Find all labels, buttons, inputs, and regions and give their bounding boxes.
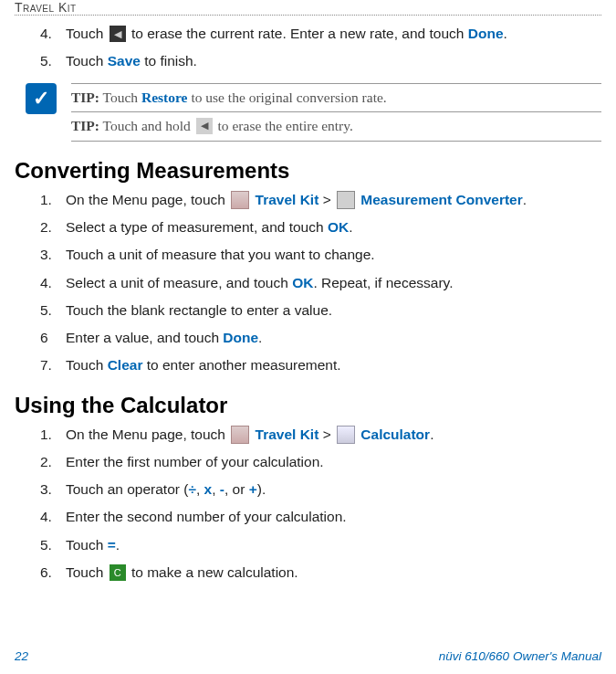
tip-section: ✓ TIP: Touch Restore to use the original… [15, 83, 601, 142]
step-4: 4. Touch ◀ to erase the current rate. En… [40, 23, 601, 44]
header-divider [15, 15, 601, 16]
measurement-converter-icon [337, 191, 355, 209]
cm-step-6: 6 Enter a value, and touch Done. [40, 327, 601, 348]
calculator-link: Calculator [360, 427, 430, 442]
calc-step-2: 2. Enter the first number of your calcul… [40, 451, 601, 472]
calculator-icon [337, 426, 355, 444]
page-header: Travel Kit [0, 0, 616, 15]
travel-kit-icon [231, 191, 249, 209]
ok-link: OK [328, 219, 349, 235]
tip-lines: TIP: Touch Restore to use the original c… [71, 83, 601, 142]
converting-steps: 1. On the Menu page, touch Travel Kit > … [15, 189, 601, 376]
cm-step-5: 5. Touch the blank rectangle to enter a … [40, 300, 601, 321]
measurement-converter-link: Measurement Converter [360, 192, 522, 207]
c-clear-icon: C [110, 564, 126, 581]
calc-step-4: 4. Enter the second number of your calcu… [40, 506, 601, 527]
top-steps-list: 4. Touch ◀ to erase the current rate. En… [15, 23, 601, 72]
page-number: 22 [15, 649, 28, 663]
back-arrow-icon: ◀ [196, 118, 213, 134]
tip-label: TIP: [71, 90, 99, 105]
equals-link: = [108, 537, 116, 553]
travel-kit-link: Travel Kit [256, 192, 319, 207]
step-5: 5. Touch Save to finish. [40, 50, 601, 71]
step-text: Touch Save to finish. [66, 50, 601, 71]
cm-step-1: 1. On the Menu page, touch Travel Kit > … [40, 189, 601, 210]
cm-step-2: 2. Select a type of measurement, and tou… [40, 216, 601, 237]
travel-kit-icon [231, 426, 249, 444]
calculator-steps: 1. On the Menu page, touch Travel Kit > … [15, 424, 601, 584]
save-link: Save [108, 53, 141, 68]
calc-step-3: 3. Touch an operator (÷, x, -, or +). [40, 479, 601, 500]
checkmark-icon: ✓ [26, 83, 57, 114]
step-number: 4. [40, 23, 66, 44]
clear-link: Clear [108, 357, 143, 373]
done-link: Done [223, 330, 258, 345]
cm-step-4: 4. Select a unit of measure, and touch O… [40, 272, 601, 293]
tip-label: TIP: [71, 118, 99, 133]
ok-link: OK [292, 275, 313, 290]
using-calculator-heading: Using the Calculator [15, 393, 601, 418]
calc-step-5: 5. Touch =. [40, 534, 601, 555]
tip-row-2: TIP: Touch and hold ◀ to erase the entir… [71, 111, 601, 142]
tip-row-1: TIP: Touch Restore to use the original c… [71, 83, 601, 111]
manual-title: nüvi 610/660 Owner's Manual [439, 649, 601, 663]
done-link: Done [468, 26, 504, 41]
cm-step-3: 3. Touch a unit of measure that you want… [40, 244, 601, 265]
back-arrow-icon: ◀ [110, 26, 126, 42]
calc-step-6: 6. Touch C to make a new calculation. [40, 562, 601, 583]
travel-kit-link: Travel Kit [256, 427, 319, 442]
cm-step-7: 7. Touch Clear to enter another measurem… [40, 354, 601, 375]
calc-step-1: 1. On the Menu page, touch Travel Kit > … [40, 424, 601, 445]
header-title: Travel Kit [15, 0, 77, 15]
restore-link: Restore [141, 90, 188, 105]
converting-measurements-heading: Converting Measurements [15, 158, 601, 184]
page-footer: 22 nüvi 610/660 Owner's Manual [0, 649, 616, 663]
step-number: 5. [40, 50, 66, 71]
step-text: Touch ◀ to erase the current rate. Enter… [66, 23, 601, 44]
